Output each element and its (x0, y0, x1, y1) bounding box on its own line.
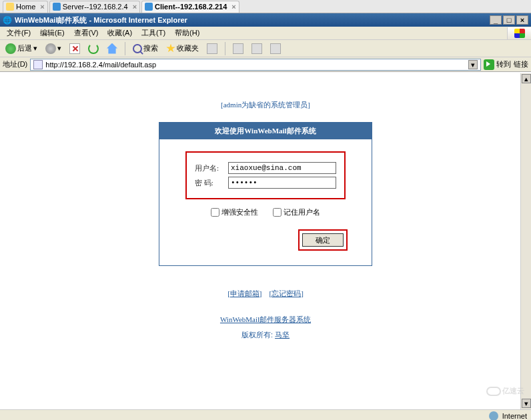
host-tabs: Home × Server--192.168.2.4 × Client--192… (0, 0, 531, 13)
host-tab-home[interactable]: Home × (3, 1, 48, 13)
stop-icon (69, 43, 80, 54)
watermark: 亿速云 (486, 386, 524, 396)
scroll-up-icon[interactable]: ▴ (522, 74, 531, 83)
address-input[interactable]: http://192.168.2.4/mail/default.asp ▾ (30, 59, 481, 71)
title-bar: 🌐 WinWebMail邮件系统 - Microsoft Internet Ex… (0, 13, 531, 27)
tab-label: Server--192.168.2.4 (63, 3, 128, 11)
cloud-icon (486, 387, 501, 396)
go-button[interactable]: 转到 (484, 59, 511, 70)
menu-file[interactable]: 文件(F) (3, 27, 35, 39)
stop-button[interactable] (67, 42, 83, 55)
ie-icon: 🌐 (3, 16, 12, 25)
search-label: 搜索 (143, 43, 158, 53)
forward-button[interactable]: ▾ (43, 42, 64, 55)
go-icon (484, 59, 494, 70)
remote-icon (145, 3, 153, 11)
close-button[interactable]: × (516, 15, 528, 25)
favorites-label: 收藏夹 (177, 43, 199, 53)
history-button[interactable] (204, 42, 220, 55)
back-icon (5, 43, 16, 54)
menu-help[interactable]: 帮助(H) (171, 27, 203, 39)
search-button[interactable]: 搜索 (130, 42, 161, 55)
checkbox-input[interactable] (211, 208, 219, 217)
menu-bar: 文件(F) 编辑(E) 查看(V) 收藏(A) 工具(T) 帮助(H) (0, 27, 531, 40)
copy-prefix: 版权所有: (241, 331, 275, 339)
ie-logo (507, 27, 531, 39)
menu-edit[interactable]: 编辑(E) (36, 27, 69, 39)
tab-label: Client--192.168.2.214 (155, 3, 227, 11)
close-icon[interactable]: × (231, 3, 235, 11)
admin-note: [admin为缺省的系统管理员] (0, 100, 531, 110)
scroll-down-icon[interactable]: ▾ (522, 399, 531, 408)
home-button[interactable] (104, 42, 120, 55)
remote-icon (53, 3, 61, 11)
mail-button[interactable] (230, 42, 246, 55)
username-label: 用户名: (195, 163, 228, 173)
login-panel: 欢迎使用WinWebMail邮件系统 用户名: 密 码: 增强安全性 (159, 122, 372, 266)
menu-tools[interactable]: 工具(T) (137, 27, 169, 39)
panel-title: 欢迎使用WinWebMail邮件系统 (159, 123, 372, 139)
links-row: [申请邮箱] [忘记密码] (0, 289, 531, 299)
favorites-button[interactable]: 收藏夹 (163, 42, 201, 55)
minimize-button[interactable]: _ (490, 15, 502, 25)
address-bar: 地址(D) http://192.168.2.4/mail/default.as… (0, 57, 531, 72)
page-icon (33, 60, 43, 69)
page-content: [admin为缺省的系统管理员] 欢迎使用WinWebMail邮件系统 用户名:… (0, 72, 531, 409)
refresh-icon (88, 43, 99, 54)
history-icon (207, 43, 217, 54)
author-link[interactable]: 马坚 (275, 331, 290, 339)
host-tab-server[interactable]: Server--192.168.2.4 × (49, 1, 140, 13)
password-input[interactable] (228, 177, 336, 189)
mail-icon (233, 43, 243, 54)
forgot-password-link[interactable]: 忘记密码 (272, 289, 301, 297)
home-icon (6, 3, 14, 11)
menu-favorites[interactable]: 收藏(A) (103, 27, 136, 39)
window-title: WinWebMail邮件系统 - Microsoft Internet Expl… (15, 15, 187, 25)
ok-button[interactable]: 确定 (302, 233, 344, 247)
zone-label: Internet (502, 412, 527, 420)
go-label: 转到 (496, 59, 511, 69)
home-icon (107, 43, 117, 54)
address-label: 地址(D) (3, 59, 27, 69)
checkbox-label: 增强安全性 (221, 207, 258, 217)
toolbar: 后退 ▾ ▾ 搜索 收藏夹 (0, 40, 531, 57)
address-url: http://192.168.2.4/mail/default.asp (45, 61, 156, 69)
tab-label: Home (16, 3, 35, 11)
remember-username-checkbox[interactable]: 记住用户名 (273, 207, 320, 217)
checkbox-input[interactable] (273, 208, 282, 217)
close-icon[interactable]: × (40, 3, 44, 11)
forward-icon (45, 43, 56, 54)
close-icon[interactable]: × (133, 3, 137, 11)
credentials-highlight: 用户名: 密 码: (185, 151, 346, 199)
edit-button[interactable] (268, 42, 284, 55)
dropdown-icon[interactable]: ▾ (468, 60, 478, 69)
menu-view[interactable]: 查看(V) (70, 27, 103, 39)
back-label: 后退 (17, 43, 32, 53)
footer-product-link[interactable]: WinWebMail邮件服务器系统 (0, 315, 531, 325)
maximize-button[interactable]: □ (503, 15, 515, 25)
apply-mailbox-link[interactable]: 申请邮箱 (230, 289, 259, 297)
chevron-down-icon: ▾ (57, 44, 61, 53)
footer-copyright: 版权所有: 马坚 (0, 330, 531, 340)
status-bar: Internet (0, 409, 531, 420)
enhance-security-checkbox[interactable]: 增强安全性 (211, 207, 258, 217)
vertical-scrollbar[interactable]: ▴ ▾ (520, 73, 531, 409)
star-icon (166, 44, 175, 53)
search-icon (133, 44, 142, 53)
username-input[interactable] (228, 162, 336, 174)
internet-zone-icon (489, 411, 498, 421)
print-button[interactable] (249, 42, 265, 55)
checkbox-label: 记住用户名 (284, 207, 320, 217)
host-tab-client[interactable]: Client--192.168.2.214 × (141, 1, 239, 13)
chevron-down-icon: ▾ (33, 44, 37, 53)
print-icon (251, 43, 262, 54)
ok-highlight: 确定 (298, 229, 348, 251)
links-label[interactable]: 链接 (514, 59, 528, 69)
edit-icon (270, 43, 281, 54)
refresh-button[interactable] (85, 42, 101, 55)
back-button[interactable]: 后退 ▾ (3, 42, 40, 55)
password-label: 密 码: (195, 178, 228, 188)
